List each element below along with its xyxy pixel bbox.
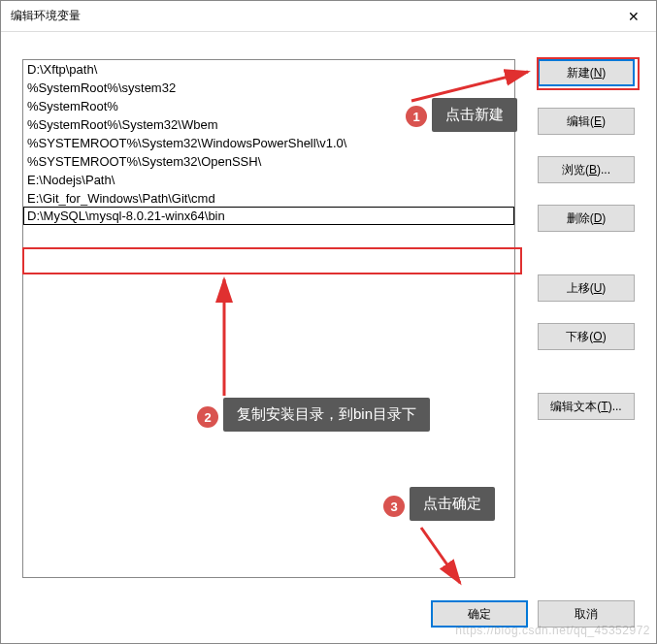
moveup-button[interactable]: 上移(U) [538, 274, 635, 302]
new-button[interactable]: 新建(N) [538, 59, 635, 86]
movedown-button[interactable]: 下移(O) [538, 323, 635, 350]
dialog-content: D:\Xftp\path\ %SystemRoot%\system32 %Sys… [22, 48, 635, 628]
list-item[interactable]: D:\Xftp\path\ [23, 60, 514, 79]
close-button[interactable]: ✕ [611, 1, 656, 32]
list-item[interactable]: %SYSTEMROOT%\System32\WindowsPowerShell\… [23, 134, 514, 152]
button-sidebar: 新建(N) 编辑(E) 浏览(B)... 删除(D) 上移(U) 下移(O) 编… [538, 59, 635, 420]
annotation-tooltip-2: 复制安装目录，到bin目录下 [223, 398, 430, 432]
delete-button[interactable]: 删除(D) [538, 205, 635, 232]
list-item-selected[interactable]: D:\MySQL\mysql-8.0.21-winx64\bin [23, 207, 514, 225]
dialog-window: 编辑环境变量 ✕ D:\Xftp\path\ %SystemRoot%\syst… [0, 0, 657, 644]
edittext-button[interactable]: 编辑文本(T)... [538, 393, 635, 420]
titlebar[interactable]: 编辑环境变量 ✕ [1, 1, 656, 32]
list-item[interactable]: %SystemRoot%\system32 [23, 79, 514, 97]
titlebar-text: 编辑环境变量 [11, 8, 81, 24]
list-item[interactable]: %SYSTEMROOT%\System32\OpenSSH\ [23, 152, 514, 171]
browse-button[interactable]: 浏览(B)... [538, 156, 635, 183]
watermark: https://blog.csdn.net/qq_45352972 [455, 624, 650, 637]
list-item[interactable]: E:\Nodejs\Path\ [23, 171, 514, 189]
list-item[interactable]: E:\Git_for_Windows\Path\Git\cmd [23, 189, 514, 208]
close-icon: ✕ [628, 9, 640, 24]
annotation-tooltip-1: 点击新建 [432, 98, 517, 132]
edit-button[interactable]: 编辑(E) [538, 108, 635, 135]
annotation-badge-2: 2 [197, 406, 218, 428]
annotation-badge-3: 3 [383, 496, 405, 517]
annotation-badge-1: 1 [406, 106, 427, 127]
annotation-tooltip-3: 点击确定 [410, 487, 495, 521]
list-item-edit-input[interactable]: D:\MySQL\mysql-8.0.21-winx64\bin [23, 207, 514, 225]
